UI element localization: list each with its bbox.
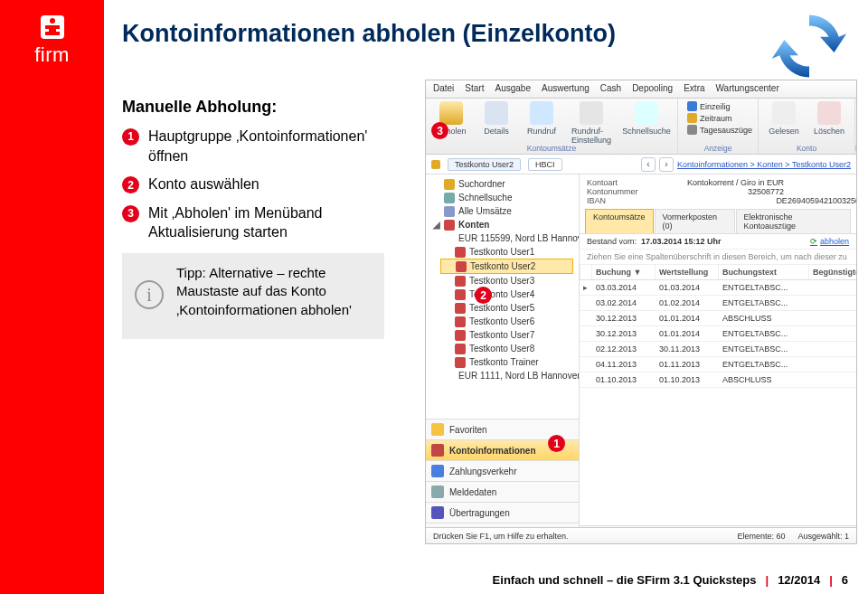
tree-item-account[interactable]: Testkonto User5 [440,301,575,315]
meta-datetime: 17.03.2014 15:12 Uhr [641,237,722,246]
subtab-kontoumsaetze[interactable]: Kontoumsätze [585,209,654,233]
ribbon-tagesauszuege[interactable]: Tagesauszüge [687,125,752,135]
sidebar-tab-label: Kontoinformationen [449,446,536,456]
step-badge-1: 1 [122,128,139,146]
table-row[interactable]: 02.12.201330.11.2013ENTGELTABSC... [580,342,856,357]
ribbon-schnellsuche-button[interactable]: Schnellsuche [621,101,672,145]
menu-wartungscenter[interactable]: Wartungscenter [716,83,779,95]
footer-separator: | [829,573,833,587]
tree-item-account[interactable]: Testkonto User1 [440,245,575,259]
info-icon: i [135,280,164,309]
tree-item-account[interactable]: Testkonto User2 [440,259,573,274]
tree-item-account[interactable]: Testkonto Trainer [440,355,575,369]
col-buchung[interactable]: Buchung ▼ [592,265,656,279]
col-wertstellung[interactable]: Wertstellung [656,265,719,279]
ribbon-rundruf-einstellung-button[interactable]: Rundruf- Einstellung [567,101,616,145]
sidebar-tab-zv[interactable]: Zahlungsverkehr [426,460,579,481]
breadcrumb-chip-account[interactable]: Testkonto User2 [448,158,521,171]
steps-list: 1 Hauptgruppe ‚Kontoinformationen' öffne… [122,127,393,251]
breadcrumb-forward-button[interactable]: › [659,157,674,172]
app-screenshot: Datei Start Ausgabe Auswertung Cash Depo… [425,80,857,544]
tree-item-account[interactable]: Testkonto User8 [440,342,575,355]
breadcrumb-back-button[interactable]: ‹ [641,157,656,172]
col-beguenstigter[interactable]: Begünstigter [809,265,856,279]
tree-item-label: Testkonto User7 [469,330,534,340]
table-row[interactable]: 30.12.201301.01.2014ENTGELTABSC... [580,326,856,342]
refresh-arrows-icon [770,7,848,85]
bank-icon [455,289,466,300]
step-text: Mit ‚Abholen' im Menüband Aktualisierung… [148,203,393,242]
breadcrumb-chip-hbci[interactable]: HBCI [528,158,562,171]
tree-item-label: Testkonto User8 [469,344,534,354]
menu-ausgabe[interactable]: Ausgabe [495,83,530,95]
footer-date: 12/2014 [778,573,820,587]
tree-item-label: EUR 1111, Nord LB Hannover [458,371,580,381]
callout-2: 2 [475,287,492,304]
folder-icon [431,160,440,169]
ribbon-group-label: Anzeige [678,144,758,153]
table-row[interactable]: 04.11.201301.11.2013ENTGELTABSC... [580,357,856,372]
sidebar-tab-label: Favoriten [449,425,487,435]
bank-icon [455,247,466,258]
step-text: Hauptgruppe ‚Kontoinformationen' öffnen [148,127,393,165]
bank-icon [455,303,466,314]
sort-indicator-icon: ▼ [634,268,642,277]
tree-item-account[interactable]: Testkonto User6 [440,315,575,328]
meta-refresh-link[interactable]: ⟳ abholen [810,237,849,246]
ribbon-loeschen-button[interactable]: Löschen [809,101,849,136]
bank-icon [455,357,466,368]
tree-node-konten[interactable]: ◢ Konten [429,218,575,231]
tip-text: Tipp: Alternative – rechte Maustaste auf… [176,264,372,319]
step-text: Konto auswählen [148,174,259,194]
tree-item-label: Testkonto Trainer [469,357,539,367]
page-title: Kontoinformationen abholen (Einzelkonto) [122,20,616,48]
grid-header: Buchung ▼ Wertstellung Buchungstext Begü… [580,265,856,280]
ribbon-group-label: Konto [759,144,854,153]
subtab-kontoauszuege[interactable]: Elektronische Kontoauszüge [736,209,851,233]
menu-auswertung[interactable]: Auswertung [542,83,590,95]
tree-item-schnellsuche[interactable]: Schnellsuche [429,191,575,204]
menu-cash[interactable]: Cash [600,83,621,95]
app-tree-sidebar: Suchordner Schnellsuche Alle Umsätze ◢ K… [426,174,580,543]
ribbon-zeitraum[interactable]: Zeitraum [687,113,752,123]
subtab-vormerkposten[interactable]: Vormerkposten (0) [655,209,735,233]
menu-start[interactable]: Start [465,83,484,95]
zv-icon [431,465,444,477]
bank-icon [455,276,466,287]
ribbon-rundruf-button[interactable]: Rundruf [522,101,561,145]
ribbon-details-button[interactable]: Details [476,101,516,145]
table-row[interactable]: 01.10.201301.10.2013ABSCHLUSS [580,372,856,388]
sidebar-tab-ub[interactable]: Übertragungen [426,502,579,523]
tree-item-account[interactable]: EUR 115599, Nord LB Hannover [440,231,575,245]
tree-item-suchordner[interactable]: Suchordner [429,177,575,191]
status-ausgewaehlt: Ausgewählt: 1 [797,532,849,541]
app-menubar: Datei Start Ausgabe Auswertung Cash Depo… [426,80,856,99]
tree-item-account[interactable]: Testkonto User3 [440,274,575,288]
section-subtitle: Manuelle Abholung: [122,98,277,117]
meta-prefix: Bestand vom: [587,237,637,246]
value-iban: DE26940594210032508772 [666,196,856,205]
table-row[interactable]: ▸03.03.201401.03.2014ENTGELTABSC... [580,280,856,296]
col-buchungstext[interactable]: Buchungstext [719,265,809,279]
menu-datei[interactable]: Datei [433,83,454,95]
table-row[interactable]: 30.12.201301.01.2014ABSCHLUSS [580,311,856,326]
tree-item-label: Testkonto User3 [469,276,534,286]
ribbon-gelesen-button[interactable]: Gelesen [764,101,804,136]
table-row[interactable]: 03.02.201401.02.2014ENTGELTABSC... [580,296,856,311]
breadcrumb-path[interactable]: Kontoinformationen > Konten > Testkonto … [677,160,851,169]
menu-extra[interactable]: Extra [684,83,704,95]
callout-3: 3 [431,122,448,139]
fav-icon [431,423,444,436]
ribbon-einzeilig[interactable]: Einzeilig [687,101,752,111]
tree-item-account[interactable]: EUR 1111, Nord LB Hannover [440,369,575,382]
bank-icon [455,344,466,354]
tree-item-account[interactable]: Testkonto User7 [440,328,575,342]
ki-icon [431,444,444,457]
sidebar-tab-md[interactable]: Meldedaten [426,481,579,502]
bank-icon [455,316,466,327]
value-kontonummer: 32508772 [666,187,784,196]
tree-item-alle-umsaetze[interactable]: Alle Umsätze [429,204,575,218]
status-elemente: Elemente: 60 [737,532,785,541]
menu-depooling[interactable]: Depooling [632,83,673,95]
tree-item-account[interactable]: Testkonto User4 [440,288,575,301]
